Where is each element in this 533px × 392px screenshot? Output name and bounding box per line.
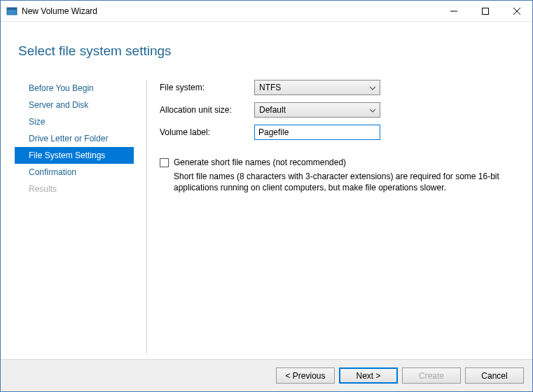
sidebar-item-before-you-begin[interactable]: Before You Begin (15, 80, 134, 97)
allocation-value: Default (259, 105, 286, 115)
footer-bar: < Previous Next > Create Cancel (1, 359, 532, 391)
generate-short-checkbox[interactable] (160, 158, 169, 167)
svg-rect-3 (482, 8, 488, 14)
volume-label-input[interactable] (254, 125, 380, 140)
allocation-dropdown[interactable]: Default (254, 102, 380, 118)
create-button: Create (402, 368, 461, 384)
next-button[interactable]: Next > (339, 368, 398, 384)
file-system-dropdown[interactable]: NTFS (254, 80, 380, 95)
maximize-button[interactable] (469, 1, 501, 21)
generate-short-label: Generate short file names (not recommend… (174, 158, 346, 167)
sidebar-item-drive-letter[interactable]: Drive Letter or Folder (15, 130, 134, 147)
vertical-divider (146, 80, 147, 354)
file-system-label: File system: (160, 83, 254, 92)
wizard-window: New Volume Wizard Select file system set… (0, 0, 533, 392)
content-area: Select file system settings Before You B… (1, 22, 532, 359)
minimize-button[interactable] (438, 1, 469, 21)
app-icon (6, 6, 18, 17)
allocation-label: Allocation unit size: (160, 105, 254, 115)
window-controls (438, 1, 532, 21)
titlebar: New Volume Wizard (1, 1, 532, 22)
sidebar-item-confirmation[interactable]: Confirmation (15, 164, 134, 181)
short-names-help: Short file names (8 characters with 3-ch… (174, 171, 504, 193)
sidebar-nav: Before You Begin Server and Disk Size Dr… (15, 80, 134, 354)
volume-label-label: Volume label: (160, 127, 254, 137)
sidebar-item-server-and-disk[interactable]: Server and Disk (15, 97, 134, 113)
form-panel: File system: NTFS Allocation unit size: … (160, 80, 518, 354)
sidebar-item-size[interactable]: Size (15, 113, 134, 130)
sidebar-item-file-system-settings[interactable]: File System Settings (15, 147, 134, 164)
file-system-value: NTFS (259, 83, 281, 92)
window-title: New Volume Wizard (22, 6, 438, 16)
chevron-down-icon (370, 105, 375, 115)
svg-rect-1 (7, 8, 17, 10)
sidebar-item-results: Results (15, 181, 134, 197)
chevron-down-icon (370, 83, 375, 92)
cancel-button[interactable]: Cancel (465, 368, 524, 384)
page-heading: Select file system settings (18, 43, 518, 59)
close-button[interactable] (501, 1, 532, 21)
previous-button[interactable]: < Previous (276, 368, 335, 384)
